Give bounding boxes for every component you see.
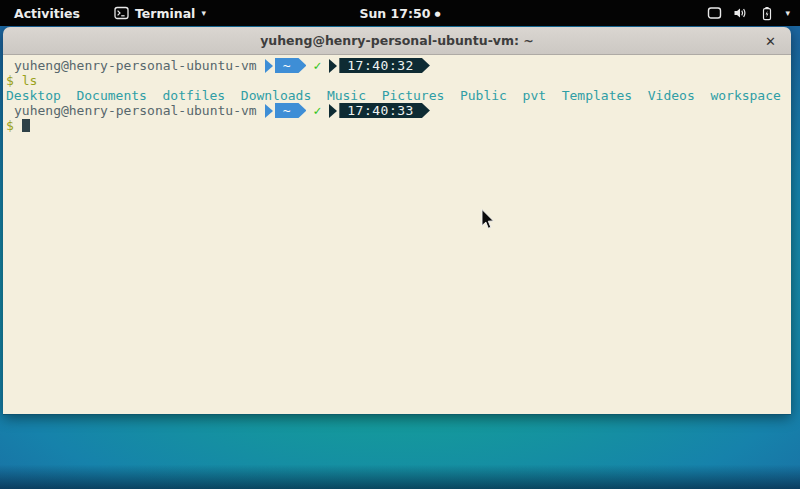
terminal-screen[interactable]: yuheng@henry-personal-ubuntu-vm ~ ✓ 17:4…: [3, 55, 791, 414]
command-spacer: [14, 73, 22, 88]
prompt-dollar: $: [6, 73, 14, 88]
clock-button[interactable]: Sun 17:50 ●: [359, 6, 440, 21]
prompt-user-host: yuheng@henry-personal-ubuntu-vm: [6, 58, 257, 73]
terminal-block-cursor: [22, 119, 30, 132]
volume-icon: [733, 6, 749, 20]
notification-dot-icon: ●: [434, 11, 440, 18]
prompt-line-1: yuheng@henry-personal-ubuntu-vm ~ ✓ 17:4…: [6, 58, 791, 73]
prompt-cwd-segment: ~: [275, 58, 307, 73]
prompt-dollar: $: [6, 118, 14, 133]
powerline-arrow-icon: [329, 59, 337, 73]
powerline-arrow-icon: [329, 104, 337, 118]
display-icon: [707, 6, 722, 20]
terminal-window: yuheng@henry-personal-ubuntu-vm: ~ ✕ yuh…: [3, 27, 791, 415]
window-title: yuheng@henry-personal-ubuntu-vm: ~: [260, 33, 534, 48]
window-titlebar[interactable]: yuheng@henry-personal-ubuntu-vm: ~ ✕: [3, 27, 791, 55]
prompt-time-segment: 17:40:32: [339, 58, 430, 73]
powerline-arrow-icon: [265, 104, 273, 118]
system-status-area[interactable]: ▾: [707, 6, 790, 21]
terminal-app-icon: [114, 6, 129, 20]
activities-button[interactable]: Activities: [10, 6, 84, 21]
prompt-user-host: yuheng@henry-personal-ubuntu-vm: [6, 103, 257, 118]
prompt-time-segment: 17:40:33: [339, 103, 430, 118]
close-icon[interactable]: ✕: [765, 34, 776, 47]
input-line: $: [6, 118, 791, 133]
ls-output: Desktop Documents dotfiles Downloads Mus…: [6, 88, 791, 103]
prompt-line-2: yuheng@henry-personal-ubuntu-vm ~ ✓ 17:4…: [6, 103, 791, 118]
top-bar-left-group: Activities Terminal ▾: [0, 6, 206, 21]
check-icon: ✓: [313, 58, 321, 73]
caret-down-icon: ▾: [201, 9, 206, 18]
app-menu-label: Terminal: [135, 6, 195, 21]
battery-charging-icon: [760, 6, 774, 21]
command-text: ls: [22, 73, 38, 88]
clock-label: Sun 17:50: [359, 6, 430, 21]
powerline-arrow-icon: [265, 59, 273, 73]
gnome-top-bar: Activities Terminal ▾ Sun 17:50 ●: [0, 0, 800, 26]
check-icon: ✓: [313, 103, 321, 118]
prompt-cwd-segment: ~: [275, 103, 307, 118]
caret-down-icon: ▾: [785, 9, 790, 18]
command-line: $ ls: [6, 73, 791, 88]
app-menu-terminal[interactable]: Terminal ▾: [114, 6, 206, 21]
